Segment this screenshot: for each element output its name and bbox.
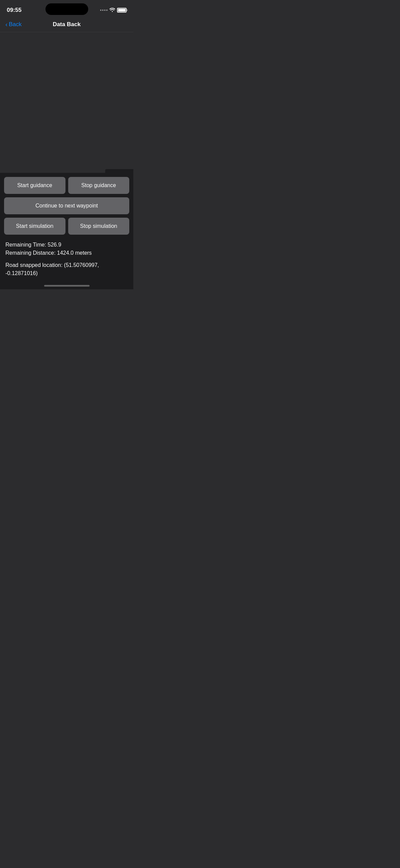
stop-guidance-button[interactable]: Stop guidance (68, 177, 130, 194)
start-simulation-button[interactable]: Start simulation (4, 218, 65, 235)
stop-simulation-button[interactable]: Stop simulation (68, 218, 130, 235)
remaining-distance: Remaining Distance: 1424.0 meters (5, 249, 128, 257)
dynamic-island (45, 3, 88, 15)
bottom-panel: Start guidance Stop guidance Continue to… (0, 173, 133, 289)
back-label: Back (9, 21, 22, 28)
status-bar: 09:55 (0, 0, 133, 18)
start-guidance-button[interactable]: Start guidance (4, 177, 65, 194)
guidance-button-row: Start guidance Stop guidance (4, 177, 129, 194)
road-snapped-coord: -0.12871016) (5, 270, 38, 276)
status-time: 09:55 (7, 7, 21, 14)
signal-icon (100, 10, 108, 11)
wifi-icon (110, 7, 115, 13)
nav-bar: ‹ Back Data Back (0, 18, 133, 32)
simulation-button-row: Start simulation Stop simulation (4, 218, 129, 235)
back-button[interactable]: ‹ Back (5, 21, 22, 28)
info-section: Remaining Time: 526.9 Remaining Distance… (4, 238, 129, 282)
road-snapped-label: Road snapped location: (51.50760997, (5, 262, 99, 268)
battery-icon (117, 8, 127, 13)
remaining-time: Remaining Time: 526.9 (5, 241, 128, 249)
road-snapped-location: Road snapped location: (51.50760997, -0.… (5, 261, 128, 277)
page-title: Data Back (53, 21, 80, 28)
back-chevron-icon: ‹ (5, 21, 7, 28)
status-icons (100, 7, 127, 13)
continue-waypoint-button[interactable]: Continue to next waypoint (4, 197, 129, 214)
home-indicator (44, 285, 90, 287)
